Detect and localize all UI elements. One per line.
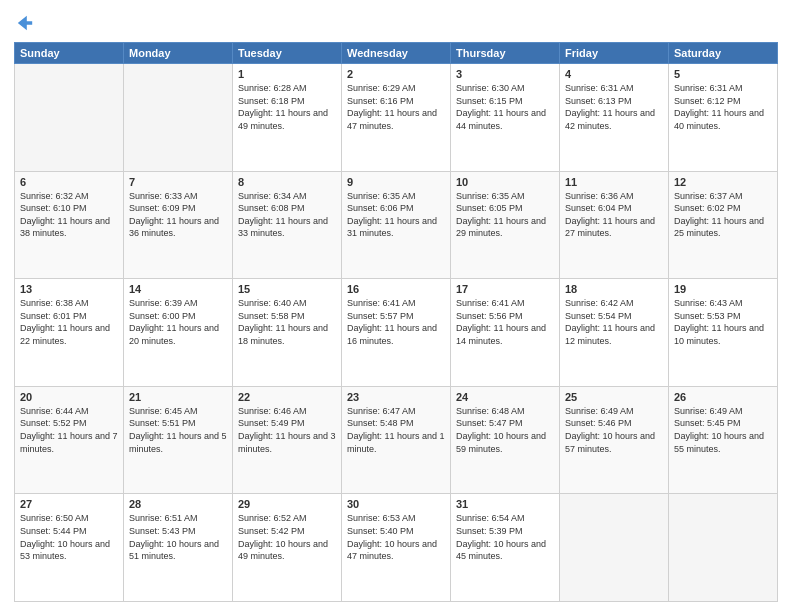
weekday-header-thursday: Thursday <box>451 43 560 64</box>
day-info: Sunrise: 6:53 AM Sunset: 5:40 PM Dayligh… <box>347 512 445 562</box>
calendar-cell: 11Sunrise: 6:36 AM Sunset: 6:04 PM Dayli… <box>560 171 669 279</box>
calendar-cell: 24Sunrise: 6:48 AM Sunset: 5:47 PM Dayli… <box>451 386 560 494</box>
weekday-header-monday: Monday <box>124 43 233 64</box>
day-info: Sunrise: 6:38 AM Sunset: 6:01 PM Dayligh… <box>20 297 118 347</box>
day-info: Sunrise: 6:48 AM Sunset: 5:47 PM Dayligh… <box>456 405 554 455</box>
calendar-cell: 6Sunrise: 6:32 AM Sunset: 6:10 PM Daylig… <box>15 171 124 279</box>
calendar-cell: 10Sunrise: 6:35 AM Sunset: 6:05 PM Dayli… <box>451 171 560 279</box>
day-number: 17 <box>456 283 554 295</box>
weekday-header-row: SundayMondayTuesdayWednesdayThursdayFrid… <box>15 43 778 64</box>
calendar-cell: 20Sunrise: 6:44 AM Sunset: 5:52 PM Dayli… <box>15 386 124 494</box>
day-info: Sunrise: 6:29 AM Sunset: 6:16 PM Dayligh… <box>347 82 445 132</box>
day-info: Sunrise: 6:35 AM Sunset: 6:06 PM Dayligh… <box>347 190 445 240</box>
day-number: 1 <box>238 68 336 80</box>
calendar-cell: 21Sunrise: 6:45 AM Sunset: 5:51 PM Dayli… <box>124 386 233 494</box>
calendar-cell: 8Sunrise: 6:34 AM Sunset: 6:08 PM Daylig… <box>233 171 342 279</box>
calendar-cell: 25Sunrise: 6:49 AM Sunset: 5:46 PM Dayli… <box>560 386 669 494</box>
calendar-cell: 5Sunrise: 6:31 AM Sunset: 6:12 PM Daylig… <box>669 64 778 172</box>
day-number: 6 <box>20 176 118 188</box>
day-number: 22 <box>238 391 336 403</box>
logo-arrow-icon <box>16 14 34 32</box>
logo <box>14 14 34 36</box>
calendar-cell: 19Sunrise: 6:43 AM Sunset: 5:53 PM Dayli… <box>669 279 778 387</box>
day-info: Sunrise: 6:54 AM Sunset: 5:39 PM Dayligh… <box>456 512 554 562</box>
day-info: Sunrise: 6:47 AM Sunset: 5:48 PM Dayligh… <box>347 405 445 455</box>
logo-general <box>14 14 34 36</box>
day-number: 19 <box>674 283 772 295</box>
calendar-cell <box>669 494 778 602</box>
calendar-cell <box>124 64 233 172</box>
day-number: 21 <box>129 391 227 403</box>
day-number: 11 <box>565 176 663 188</box>
calendar-cell: 23Sunrise: 6:47 AM Sunset: 5:48 PM Dayli… <box>342 386 451 494</box>
calendar-cell: 26Sunrise: 6:49 AM Sunset: 5:45 PM Dayli… <box>669 386 778 494</box>
calendar-cell: 1Sunrise: 6:28 AM Sunset: 6:18 PM Daylig… <box>233 64 342 172</box>
week-row-2: 13Sunrise: 6:38 AM Sunset: 6:01 PM Dayli… <box>15 279 778 387</box>
calendar-cell: 31Sunrise: 6:54 AM Sunset: 5:39 PM Dayli… <box>451 494 560 602</box>
day-number: 15 <box>238 283 336 295</box>
day-info: Sunrise: 6:32 AM Sunset: 6:10 PM Dayligh… <box>20 190 118 240</box>
calendar-cell: 29Sunrise: 6:52 AM Sunset: 5:42 PM Dayli… <box>233 494 342 602</box>
day-number: 9 <box>347 176 445 188</box>
calendar-cell: 14Sunrise: 6:39 AM Sunset: 6:00 PM Dayli… <box>124 279 233 387</box>
day-info: Sunrise: 6:50 AM Sunset: 5:44 PM Dayligh… <box>20 512 118 562</box>
day-info: Sunrise: 6:30 AM Sunset: 6:15 PM Dayligh… <box>456 82 554 132</box>
day-number: 28 <box>129 498 227 510</box>
calendar-cell: 28Sunrise: 6:51 AM Sunset: 5:43 PM Dayli… <box>124 494 233 602</box>
day-info: Sunrise: 6:35 AM Sunset: 6:05 PM Dayligh… <box>456 190 554 240</box>
day-number: 20 <box>20 391 118 403</box>
logo-text-block <box>14 14 34 36</box>
day-number: 14 <box>129 283 227 295</box>
day-number: 12 <box>674 176 772 188</box>
calendar-table: SundayMondayTuesdayWednesdayThursdayFrid… <box>14 42 778 602</box>
calendar-cell: 2Sunrise: 6:29 AM Sunset: 6:16 PM Daylig… <box>342 64 451 172</box>
day-number: 30 <box>347 498 445 510</box>
day-info: Sunrise: 6:52 AM Sunset: 5:42 PM Dayligh… <box>238 512 336 562</box>
calendar-cell <box>15 64 124 172</box>
day-info: Sunrise: 6:31 AM Sunset: 6:13 PM Dayligh… <box>565 82 663 132</box>
day-info: Sunrise: 6:51 AM Sunset: 5:43 PM Dayligh… <box>129 512 227 562</box>
day-info: Sunrise: 6:43 AM Sunset: 5:53 PM Dayligh… <box>674 297 772 347</box>
weekday-header-sunday: Sunday <box>15 43 124 64</box>
calendar-cell: 30Sunrise: 6:53 AM Sunset: 5:40 PM Dayli… <box>342 494 451 602</box>
calendar-cell: 15Sunrise: 6:40 AM Sunset: 5:58 PM Dayli… <box>233 279 342 387</box>
day-info: Sunrise: 6:42 AM Sunset: 5:54 PM Dayligh… <box>565 297 663 347</box>
day-number: 13 <box>20 283 118 295</box>
calendar-cell <box>560 494 669 602</box>
day-info: Sunrise: 6:39 AM Sunset: 6:00 PM Dayligh… <box>129 297 227 347</box>
calendar-cell: 17Sunrise: 6:41 AM Sunset: 5:56 PM Dayli… <box>451 279 560 387</box>
day-info: Sunrise: 6:49 AM Sunset: 5:45 PM Dayligh… <box>674 405 772 455</box>
day-info: Sunrise: 6:37 AM Sunset: 6:02 PM Dayligh… <box>674 190 772 240</box>
day-info: Sunrise: 6:41 AM Sunset: 5:57 PM Dayligh… <box>347 297 445 347</box>
calendar-cell: 12Sunrise: 6:37 AM Sunset: 6:02 PM Dayli… <box>669 171 778 279</box>
calendar-cell: 3Sunrise: 6:30 AM Sunset: 6:15 PM Daylig… <box>451 64 560 172</box>
day-info: Sunrise: 6:46 AM Sunset: 5:49 PM Dayligh… <box>238 405 336 455</box>
day-info: Sunrise: 6:41 AM Sunset: 5:56 PM Dayligh… <box>456 297 554 347</box>
day-info: Sunrise: 6:44 AM Sunset: 5:52 PM Dayligh… <box>20 405 118 455</box>
day-number: 3 <box>456 68 554 80</box>
day-number: 10 <box>456 176 554 188</box>
day-info: Sunrise: 6:28 AM Sunset: 6:18 PM Dayligh… <box>238 82 336 132</box>
day-info: Sunrise: 6:34 AM Sunset: 6:08 PM Dayligh… <box>238 190 336 240</box>
calendar-cell: 27Sunrise: 6:50 AM Sunset: 5:44 PM Dayli… <box>15 494 124 602</box>
day-number: 8 <box>238 176 336 188</box>
week-row-1: 6Sunrise: 6:32 AM Sunset: 6:10 PM Daylig… <box>15 171 778 279</box>
page: SundayMondayTuesdayWednesdayThursdayFrid… <box>0 0 792 612</box>
day-number: 2 <box>347 68 445 80</box>
day-info: Sunrise: 6:40 AM Sunset: 5:58 PM Dayligh… <box>238 297 336 347</box>
week-row-4: 27Sunrise: 6:50 AM Sunset: 5:44 PM Dayli… <box>15 494 778 602</box>
day-number: 24 <box>456 391 554 403</box>
day-number: 25 <box>565 391 663 403</box>
day-number: 7 <box>129 176 227 188</box>
day-info: Sunrise: 6:33 AM Sunset: 6:09 PM Dayligh… <box>129 190 227 240</box>
calendar-cell: 13Sunrise: 6:38 AM Sunset: 6:01 PM Dayli… <box>15 279 124 387</box>
calendar-cell: 9Sunrise: 6:35 AM Sunset: 6:06 PM Daylig… <box>342 171 451 279</box>
weekday-header-tuesday: Tuesday <box>233 43 342 64</box>
day-info: Sunrise: 6:45 AM Sunset: 5:51 PM Dayligh… <box>129 405 227 455</box>
day-number: 23 <box>347 391 445 403</box>
weekday-header-friday: Friday <box>560 43 669 64</box>
day-info: Sunrise: 6:36 AM Sunset: 6:04 PM Dayligh… <box>565 190 663 240</box>
calendar-cell: 18Sunrise: 6:42 AM Sunset: 5:54 PM Dayli… <box>560 279 669 387</box>
day-number: 26 <box>674 391 772 403</box>
day-number: 31 <box>456 498 554 510</box>
